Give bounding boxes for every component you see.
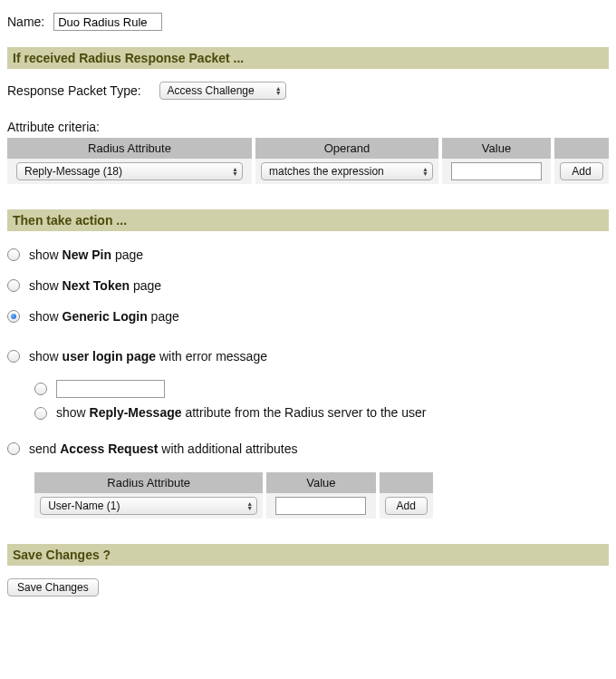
attrs-header-value: Value [266,472,375,493]
criteria-header-attr: Radius Attribute [7,138,252,159]
criteria-table: Radius Attribute Operand Value Reply-Mes… [7,138,609,184]
updown-icon: ▲▼ [232,167,238,176]
additional-attrs-table: Radius Attribute Value User-Name (1) ▲▼ … [34,472,433,519]
attrs-attr-value: User-Name (1) [48,500,120,512]
attribute-criteria-label: Attribute criteria: [7,120,609,134]
criteria-operand-value: matches the expression [269,165,384,178]
response-packet-select[interactable]: Access Challenge ▲▼ [159,82,286,100]
action-label: show New Pin page [29,247,143,262]
criteria-add-button[interactable]: Add [560,162,602,180]
criteria-value-input[interactable] [451,162,542,180]
action-label: show user login page with error message [29,349,267,364]
radio-icon [7,310,20,323]
attrs-add-button[interactable]: Add [385,497,428,515]
updown-icon: ▲▼ [422,167,428,176]
error-custom-option[interactable] [34,380,609,398]
action-label: send Access Request with additional attr… [29,441,298,456]
updown-icon: ▲▼ [275,86,282,95]
name-label: Name: [7,15,44,29]
criteria-attr-value: Reply-Message (18) [24,165,122,178]
action-access-request[interactable]: send Access Request with additional attr… [7,441,609,456]
save-changes-button[interactable]: Save Changes [7,578,99,597]
radio-icon [7,248,20,261]
attrs-attr-select[interactable]: User-Name (1) ▲▼ [40,497,257,515]
attrs-value-input[interactable] [275,497,366,515]
action-label: show Reply-Message attribute from the Ra… [56,405,427,420]
radio-icon [34,383,47,395]
criteria-operand-select[interactable]: matches the expression ▲▼ [261,162,433,180]
action-new-pin[interactable]: show New Pin page [7,247,609,262]
action-user-login-error[interactable]: show user login page with error message [7,349,609,364]
action-next-token[interactable]: show Next Token page [7,278,609,293]
save-section-header: Save Changes ? [7,544,609,566]
response-packet-value: Access Challenge [168,84,255,97]
radio-icon [7,350,20,363]
criteria-attr-select[interactable]: Reply-Message (18) ▲▼ [16,162,243,180]
error-reply-message-option[interactable]: show Reply-Message attribute from the Ra… [34,405,524,420]
response-packet-label: Response Packet Type: [7,83,141,98]
action-generic-login[interactable]: show Generic Login page [7,309,609,324]
criteria-header-operand: Operand [255,138,438,159]
action-label: show Next Token page [29,278,161,293]
updown-icon: ▲▼ [246,501,253,510]
radio-icon [34,407,47,420]
criteria-header-value: Value [442,138,551,159]
action-section-header: Then take action ... [7,209,609,231]
attrs-header-attr: Radius Attribute [34,472,263,493]
name-input[interactable] [53,13,162,31]
error-message-input[interactable] [56,380,165,398]
radio-icon [7,442,20,455]
condition-section-header: If received Radius Response Packet ... [7,47,609,69]
action-label: show Generic Login page [29,309,179,324]
radio-icon [7,279,20,292]
